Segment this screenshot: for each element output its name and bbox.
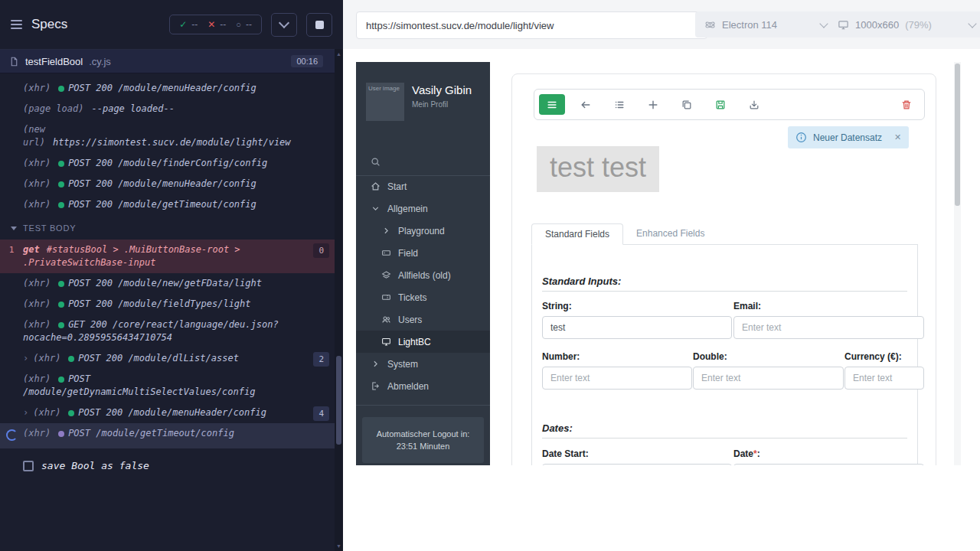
layers-icon	[381, 270, 391, 280]
sidebar-item-field[interactable]: Field	[356, 242, 490, 264]
scrollbar-thumb[interactable]	[955, 64, 960, 206]
export-button[interactable]	[741, 94, 767, 115]
command-text: POST 200 /module/menuHeader/config	[68, 83, 256, 93]
list-view-button[interactable]	[606, 94, 632, 115]
aut-frame: User image Vasily Gibin Mein Profil Star…	[356, 62, 961, 465]
section-dates: Dates:	[542, 422, 573, 434]
specs-menu-icon[interactable]	[11, 20, 22, 29]
command-row[interactable]: (xhr)POST 200 /module/getTimeout/config	[0, 194, 343, 215]
tab-enhanced-fields[interactable]: Enhanced Fields	[623, 223, 717, 245]
app-sidebar: User image Vasily Gibin Mein Profil Star…	[356, 62, 490, 465]
section-divider	[542, 438, 907, 439]
chevron-down-icon	[371, 204, 381, 214]
add-record-button[interactable]	[640, 94, 666, 115]
stop-run-button[interactable]	[306, 13, 332, 37]
test-body-section[interactable]: TEST BODY	[0, 215, 343, 240]
command-row[interactable]: (new url)https://simontest.sucv.de/modul…	[0, 119, 343, 153]
sidebar-item-tickets[interactable]: Tickets	[356, 286, 490, 308]
command-text: --page loaded--	[91, 103, 174, 114]
sidebar-item-abmelden[interactable]: Abmelden	[356, 375, 490, 397]
sidebar-item-playground[interactable]: Playground	[356, 220, 490, 242]
command-row[interactable]: (xhr)POST 200 /module/menuHeader/config	[0, 174, 343, 194]
pinned-command-row[interactable]: 1 get#statusBool > .MuiButtonBase-root >…	[0, 240, 343, 273]
viewport-selector[interactable]: 1000x660 (79%)	[828, 11, 980, 37]
viewport-icon	[838, 19, 849, 31]
chevron-down-icon	[968, 19, 976, 28]
command-prefix: (xhr)	[23, 298, 51, 309]
fail-icon: ✕	[207, 19, 215, 30]
url-input[interactable]	[356, 11, 707, 39]
sidebar-item-start[interactable]: Start	[356, 175, 490, 197]
scroll-down-icon[interactable]: ▼	[335, 543, 343, 549]
tab-standard-fields[interactable]: Standard Fields	[531, 223, 623, 245]
sidebar-search[interactable]	[356, 157, 490, 176]
sidebar-item-system[interactable]: System	[356, 353, 490, 375]
date-start-input[interactable]	[542, 464, 732, 465]
section-standard-inputs: Standard Inputs:	[542, 276, 621, 287]
command-row-expandable[interactable]: ›(xhr)POST 200 /module/menuHeader/config…	[0, 403, 343, 423]
user-profile-link[interactable]: Mein Profil	[412, 100, 472, 109]
element-count-badge: 0	[313, 243, 329, 258]
command-row[interactable]: (xhr)POST 200 /module/new/getFData/light	[0, 273, 343, 294]
home-icon	[371, 181, 381, 191]
chevron-down-icon	[279, 18, 289, 28]
spec-row[interactable]: testFieldBool .cy.js 00:16	[0, 50, 343, 73]
record-title-field[interactable]: test test	[537, 146, 659, 192]
status-dot-success	[58, 181, 64, 187]
expand-caret-icon[interactable]: ›	[23, 353, 28, 364]
copy-button[interactable]	[674, 94, 700, 115]
back-button[interactable]	[573, 94, 599, 115]
stat-failed: ✕ --	[207, 19, 226, 30]
app-main: Neuer Datensatz ✕ test test Standard Fie…	[490, 62, 961, 465]
command-prefix: (xhr)	[23, 158, 51, 168]
scrollbar-thumb[interactable]	[336, 356, 341, 445]
spec-duration: 00:16	[291, 55, 323, 67]
command-row[interactable]: (xhr)POST 200 /module/fieldTypes/light	[0, 294, 343, 315]
date-start-label: Date Start:	[542, 448, 589, 459]
menu-toggle-button[interactable]	[539, 94, 565, 115]
command-row-expandable[interactable]: ›(xhr)POST 200 /module/dlList/asset 2	[0, 348, 343, 369]
command-line-number: 1	[0, 243, 23, 269]
studio-command[interactable]: save Bool as false	[0, 460, 343, 471]
command-row[interactable]: (xhr)POST /module/getDynamicMultiSelectV…	[0, 369, 343, 403]
command-row[interactable]: (page load)--page loaded--	[0, 99, 343, 119]
command-row[interactable]: (xhr)POST 200 /module/finderConfig/confi…	[0, 153, 343, 174]
reporter-scrollbar[interactable]: ▲ ▼	[335, 49, 343, 551]
command-row[interactable]: (xhr)GET 200 /core/react/language/deu.js…	[0, 315, 343, 348]
currency-input[interactable]	[844, 367, 924, 390]
running-command-row[interactable]: (xhr)POST /module/getTimeout/config	[0, 423, 343, 448]
command-prefix: (page load)	[23, 103, 83, 114]
aut-area: User image Vasily Gibin Mein Profil Star…	[343, 49, 980, 551]
command-text: POST 200 /module/menuHeader/config	[78, 407, 266, 418]
status-dot-success	[58, 202, 64, 208]
sidebar-item-allgemein[interactable]: Allgemein	[356, 197, 490, 220]
monitor-icon	[381, 337, 391, 347]
number-input[interactable]	[542, 367, 692, 390]
close-icon[interactable]: ✕	[894, 132, 901, 142]
date-input[interactable]	[733, 464, 924, 465]
user-profile[interactable]: User image Vasily Gibin Mein Profil	[356, 62, 490, 121]
expand-caret-icon[interactable]: ›	[23, 407, 28, 418]
avatar: User image	[366, 83, 404, 121]
command-prefix: (xhr)	[33, 407, 60, 418]
sidebar-item-lightbc[interactable]: LightBC	[356, 331, 490, 353]
save-button[interactable]	[707, 94, 733, 115]
collapse-all-button[interactable]	[271, 13, 297, 37]
app-scrollbar[interactable]	[954, 62, 961, 465]
specs-title: Specs	[31, 17, 67, 32]
form-tabs: Standard Fields Enhanced Fields	[531, 223, 717, 245]
sidebar-item-allfields-old[interactable]: Allfields (old)	[356, 264, 490, 286]
command-text: POST 200 /module/fieldTypes/light	[68, 298, 250, 309]
stat-passed-value: --	[191, 19, 198, 30]
browser-selector[interactable]: Electron 114	[695, 11, 836, 37]
sidebar-item-users[interactable]: Users	[356, 308, 490, 331]
command-row[interactable]: (xhr)POST 200 /module/menuHeader/config	[0, 78, 343, 99]
string-input[interactable]	[542, 316, 732, 339]
scroll-up-icon[interactable]: ▲	[335, 51, 343, 57]
status-dot-pending	[58, 431, 64, 437]
toast-notification: Neuer Datensatz ✕	[788, 126, 909, 148]
test-stats: ✓ -- ✕ -- ○ --	[169, 15, 262, 34]
delete-button[interactable]	[893, 94, 920, 115]
email-input[interactable]	[733, 316, 924, 339]
double-input[interactable]	[693, 367, 844, 390]
